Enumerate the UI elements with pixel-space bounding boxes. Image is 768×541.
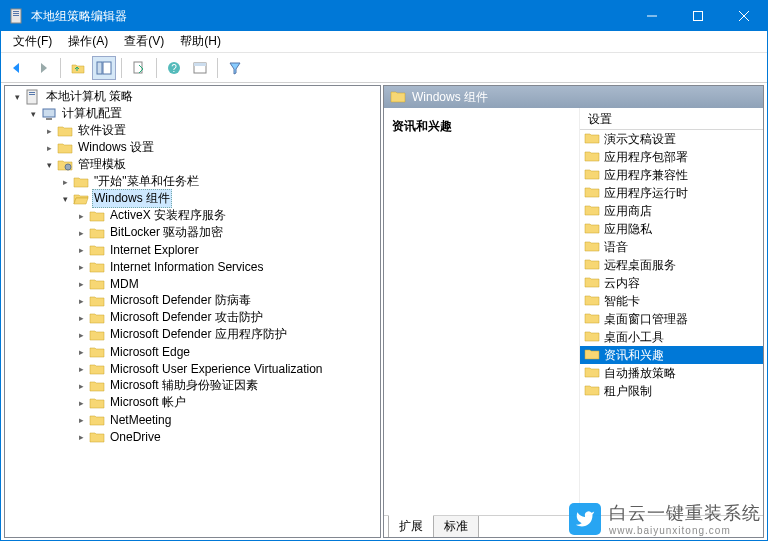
policy-tree[interactable]: ▾本地计算机 策略▾计算机配置▸软件设置▸Windows 设置▾管理模板▸"开始… [5, 86, 380, 447]
tree-item-3[interactable]: ▸Internet Information Services [5, 258, 380, 275]
tree-label: Microsoft Edge [108, 345, 192, 359]
tree-label: 计算机配置 [60, 105, 124, 122]
tree-item-6[interactable]: ▸Microsoft Defender 攻击防护 [5, 309, 380, 326]
svg-rect-19 [46, 118, 52, 120]
maximize-button[interactable] [675, 1, 721, 31]
folder-icon [89, 395, 105, 411]
separator [60, 58, 61, 78]
tree-computer-config[interactable]: ▾计算机配置 [5, 105, 380, 122]
tree-item-7[interactable]: ▸Microsoft Defender 应用程序防护 [5, 326, 380, 343]
tree-label: Microsoft 辅助身份验证因素 [108, 377, 260, 394]
tree-label: NetMeeting [108, 413, 173, 427]
main-split: ▾本地计算机 策略▾计算机配置▸软件设置▸Windows 设置▾管理模板▸"开始… [1, 83, 767, 540]
filter-button[interactable] [223, 56, 247, 80]
list-item-label: 资讯和兴趣 [604, 347, 664, 364]
up-button[interactable] [66, 56, 90, 80]
help-button[interactable]: ? [162, 56, 186, 80]
tree-label: Windows 设置 [76, 139, 156, 156]
title-bar: 本地组策略编辑器 [1, 1, 767, 31]
folder-icon [584, 310, 600, 329]
tab-standard[interactable]: 标准 [433, 516, 479, 538]
list-item[interactable]: 租户限制 [580, 382, 763, 400]
list-item[interactable]: 应用程序包部署 [580, 148, 763, 166]
tree-software-settings[interactable]: ▸软件设置 [5, 122, 380, 139]
list-item-label: 智能卡 [604, 293, 640, 310]
tree-item-0[interactable]: ▸ActiveX 安装程序服务 [5, 207, 380, 224]
list-item[interactable]: 应用隐私 [580, 220, 763, 238]
folder-icon [584, 202, 600, 221]
tree-item-2[interactable]: ▸Internet Explorer [5, 241, 380, 258]
tree-windows-settings[interactable]: ▸Windows 设置 [5, 139, 380, 156]
list-item[interactable]: 资讯和兴趣 [580, 346, 763, 364]
list-item[interactable]: 应用程序运行时 [580, 184, 763, 202]
folder-icon [89, 429, 105, 445]
folder-icon [89, 327, 105, 343]
svg-rect-17 [29, 94, 35, 95]
description-panel: 资讯和兴趣 [384, 108, 579, 515]
list-item[interactable]: 桌面窗口管理器 [580, 310, 763, 328]
list-item[interactable]: 语音 [580, 238, 763, 256]
tree-label: Microsoft User Experience Virtualization [108, 362, 325, 376]
forward-button[interactable] [31, 56, 55, 80]
tree-item-5[interactable]: ▸Microsoft Defender 防病毒 [5, 292, 380, 309]
menu-help[interactable]: 帮助(H) [172, 31, 229, 52]
show-tree-button[interactable] [92, 56, 116, 80]
list-item[interactable]: 远程桌面服务 [580, 256, 763, 274]
folder-icon [89, 208, 105, 224]
tree-admin-templates[interactable]: ▾管理模板 [5, 156, 380, 173]
tree-pane[interactable]: ▾本地计算机 策略▾计算机配置▸软件设置▸Windows 设置▾管理模板▸"开始… [4, 85, 381, 538]
tree-item-9[interactable]: ▸Microsoft User Experience Virtualizatio… [5, 360, 380, 377]
folder-icon [89, 412, 105, 428]
tree-item-1[interactable]: ▸BitLocker 驱动器加密 [5, 224, 380, 241]
folder-icon [89, 259, 105, 275]
tree-label: Internet Information Services [108, 260, 265, 274]
settings-list[interactable]: 演示文稿设置应用程序包部署应用程序兼容性应用程序运行时应用商店应用隐私语音远程桌… [580, 130, 763, 515]
back-button[interactable] [5, 56, 29, 80]
list-item-label: 云内容 [604, 275, 640, 292]
list-item[interactable]: 演示文稿设置 [580, 130, 763, 148]
tree-start-menu-taskbar[interactable]: ▸"开始"菜单和任务栏 [5, 173, 380, 190]
tree-item-11[interactable]: ▸Microsoft 帐户 [5, 394, 380, 411]
minimize-button[interactable] [629, 1, 675, 31]
tree-label: 管理模板 [76, 156, 128, 173]
tree-item-13[interactable]: ▸OneDrive [5, 428, 380, 445]
svg-rect-18 [43, 109, 55, 117]
properties-button[interactable] [188, 56, 212, 80]
list-item[interactable]: 智能卡 [580, 292, 763, 310]
list-item[interactable]: 应用商店 [580, 202, 763, 220]
tree-item-12[interactable]: ▸NetMeeting [5, 411, 380, 428]
selected-item-title: 资讯和兴趣 [392, 118, 571, 135]
tree-windows-components[interactable]: ▾Windows 组件 [5, 190, 380, 207]
folder-icon [41, 106, 57, 122]
menu-action[interactable]: 操作(A) [60, 31, 116, 52]
list-item[interactable]: 桌面小工具 [580, 328, 763, 346]
list-item[interactable]: 自动播放策略 [580, 364, 763, 382]
folder-icon [73, 191, 89, 207]
list-item[interactable]: 云内容 [580, 274, 763, 292]
close-button[interactable] [721, 1, 767, 31]
list-item-label: 应用隐私 [604, 221, 652, 238]
tree-label: Microsoft 帐户 [108, 394, 188, 411]
folder-icon [584, 346, 600, 365]
svg-rect-3 [13, 15, 19, 16]
export-button[interactable] [127, 56, 151, 80]
folder-icon [25, 89, 41, 105]
tab-extended[interactable]: 扩展 [388, 515, 434, 538]
folder-icon [584, 148, 600, 167]
svg-rect-9 [103, 62, 111, 74]
list-item-label: 应用程序包部署 [604, 149, 688, 166]
content-pane: Windows 组件 资讯和兴趣 设置 演示文稿设置应用程序包部署应用程序兼容性… [383, 85, 764, 538]
tree-label: 本地计算机 策略 [44, 88, 135, 105]
menu-view[interactable]: 查看(V) [116, 31, 172, 52]
tree-root[interactable]: ▾本地计算机 策略 [5, 88, 380, 105]
folder-icon [584, 274, 600, 293]
tree-label: Internet Explorer [108, 243, 201, 257]
folder-icon [584, 166, 600, 185]
tree-item-8[interactable]: ▸Microsoft Edge [5, 343, 380, 360]
column-header-setting[interactable]: 设置 [580, 108, 763, 130]
list-item[interactable]: 应用程序兼容性 [580, 166, 763, 184]
menu-file[interactable]: 文件(F) [5, 31, 60, 52]
folder-icon [584, 238, 600, 257]
tree-item-4[interactable]: ▸MDM [5, 275, 380, 292]
tree-item-10[interactable]: ▸Microsoft 辅助身份验证因素 [5, 377, 380, 394]
